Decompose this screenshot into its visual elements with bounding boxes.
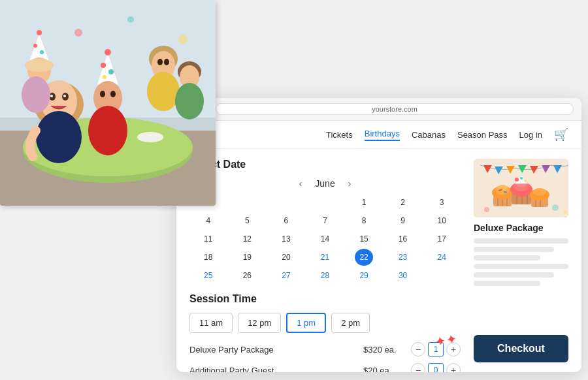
svg-point-41 — [74, 29, 82, 37]
svg-point-14 — [50, 95, 53, 97]
svg-point-23 — [100, 91, 105, 97]
svg-point-35 — [157, 59, 163, 65]
nav-bar: Tickets Birthdays Cabanas Season Pass Lo… — [176, 121, 581, 149]
cal-day-18[interactable]: 18 — [199, 249, 218, 266]
cal-day-20[interactable]: 20 — [277, 249, 295, 266]
time-2pm-button[interactable]: 2 pm — [331, 313, 370, 333]
party-photo — [0, 0, 216, 206]
cal-day-28[interactable]: 28 — [316, 267, 334, 284]
svg-point-77 — [484, 207, 489, 212]
cal-day-13[interactable]: 13 — [277, 230, 295, 247]
cal-day-19[interactable]: 19 — [238, 249, 256, 266]
cal-day-24[interactable]: 24 — [433, 249, 451, 266]
cal-day-15[interactable]: 15 — [355, 230, 373, 247]
svg-point-43 — [178, 35, 188, 44]
cal-day-23[interactable]: 23 — [394, 249, 412, 266]
time-1pm-button[interactable]: 1 pm — [286, 313, 326, 333]
session-time-section: Session Time 11 am 12 pm 1 pm 2 pm — [189, 293, 461, 333]
skeleton-line-4 — [474, 264, 568, 269]
deluxe-package-row: Deluxe Party Package $320 ea. − 1 + — [189, 342, 461, 356]
prev-month-button[interactable]: ‹ — [299, 178, 302, 189]
nav-tickets[interactable]: Tickets — [326, 130, 353, 140]
additional-qty-control: − 0 + — [411, 363, 461, 372]
deluxe-package-price: $320 ea. — [363, 345, 406, 355]
svg-point-76 — [533, 188, 546, 196]
svg-point-20 — [108, 69, 114, 74]
checkout-area: ✦✦ Checkout — [474, 335, 568, 362]
select-date-title: Select Date — [189, 159, 461, 170]
cal-day-16[interactable]: 16 — [394, 230, 412, 247]
svg-point-36 — [164, 59, 169, 65]
cal-day-4[interactable]: 4 — [199, 212, 218, 229]
svg-point-19 — [101, 63, 106, 68]
svg-point-21 — [103, 75, 106, 79]
cal-day-3[interactable]: 3 — [433, 194, 451, 211]
svg-point-69 — [515, 178, 519, 182]
calendar-section: Select Date ‹ June › 1 2 3 4 — [189, 159, 461, 284]
cal-day-2[interactable]: 2 — [394, 194, 412, 211]
additional-qty-value: 0 — [428, 363, 444, 372]
svg-point-25 — [88, 106, 127, 155]
cal-day-30[interactable]: 30 — [394, 267, 412, 284]
next-month-button[interactable]: › — [348, 178, 351, 189]
svg-point-15 — [63, 95, 66, 97]
cal-day-14[interactable]: 14 — [316, 230, 334, 247]
booking-form: Select Date ‹ June › 1 2 3 4 — [189, 159, 461, 372]
time-11am-button[interactable]: 11 am — [189, 313, 233, 333]
package-image — [474, 159, 568, 217]
browser-window: yourstore.com Tickets Birthdays Cabanas … — [176, 98, 581, 372]
svg-point-71 — [524, 180, 527, 182]
additional-qty-increase[interactable]: + — [446, 363, 461, 372]
cal-day-8[interactable]: 8 — [355, 212, 373, 229]
time-12pm-button[interactable]: 12 pm — [238, 313, 281, 333]
package-title: Deluxe Package — [474, 223, 568, 233]
additional-guest-row: Additional Party Guest $20 ea. − 0 + — [189, 363, 461, 372]
svg-point-27 — [37, 30, 42, 35]
address-bar[interactable]: yourstore.com — [216, 103, 574, 115]
additional-guest-price: $20 ea. — [363, 366, 406, 373]
session-time-title: Session Time — [189, 293, 461, 305]
additional-guest-name: Additional Party Guest — [189, 366, 358, 373]
checkout-button[interactable]: Checkout — [474, 335, 568, 362]
cal-day-empty-2 — [238, 194, 256, 211]
calendar-grid: 1 2 3 4 5 6 7 8 9 10 11 12 13 14 15 — [189, 194, 461, 284]
nav-cabanas[interactable]: Cabanas — [412, 130, 446, 140]
time-buttons-group: 11 am 12 pm 1 pm 2 pm — [189, 313, 461, 333]
cal-day-26[interactable]: 26 — [238, 267, 256, 284]
deluxe-qty-decrease[interactable]: − — [411, 342, 425, 356]
cal-day-27[interactable]: 27 — [277, 267, 295, 284]
cart-icon[interactable]: 🛒 — [554, 127, 568, 142]
skeleton-line-5 — [474, 272, 554, 277]
additional-qty-decrease[interactable]: − — [411, 363, 425, 372]
svg-point-16 — [36, 111, 82, 163]
cal-day-12[interactable]: 12 — [238, 230, 256, 247]
cal-day-1[interactable]: 1 — [355, 194, 373, 211]
nav-log-in[interactable]: Log in — [519, 130, 542, 140]
cal-day-empty-4 — [316, 194, 334, 211]
cal-day-11[interactable]: 11 — [199, 230, 218, 247]
cal-day-7[interactable]: 7 — [316, 212, 334, 229]
cal-day-17[interactable]: 17 — [433, 230, 451, 247]
cal-day-25[interactable]: 25 — [199, 267, 218, 284]
cal-day-22[interactable]: 22 — [355, 249, 373, 266]
cal-day-10[interactable]: 10 — [433, 212, 451, 229]
skeleton-line-2 — [474, 247, 554, 252]
svg-point-24 — [110, 91, 116, 97]
cal-day-29[interactable]: 29 — [355, 267, 373, 284]
cal-day-21[interactable]: 21 — [316, 249, 334, 266]
cal-day-empty-3 — [277, 194, 295, 211]
skeleton-line-6 — [474, 281, 540, 286]
cal-day-5[interactable]: 5 — [238, 212, 256, 229]
calendar-month: June — [315, 178, 335, 189]
svg-point-78 — [552, 204, 559, 211]
svg-point-42 — [127, 16, 134, 23]
nav-season-pass[interactable]: Season Pass — [457, 130, 508, 140]
browser-chrome: yourstore.com — [176, 98, 581, 121]
svg-point-32 — [22, 76, 50, 113]
svg-point-31 — [25, 59, 54, 72]
cal-day-6[interactable]: 6 — [277, 212, 295, 229]
nav-birthdays[interactable]: Birthdays — [365, 129, 400, 141]
svg-point-29 — [40, 50, 44, 54]
cal-day-9[interactable]: 9 — [394, 212, 412, 229]
svg-point-7 — [137, 132, 163, 142]
